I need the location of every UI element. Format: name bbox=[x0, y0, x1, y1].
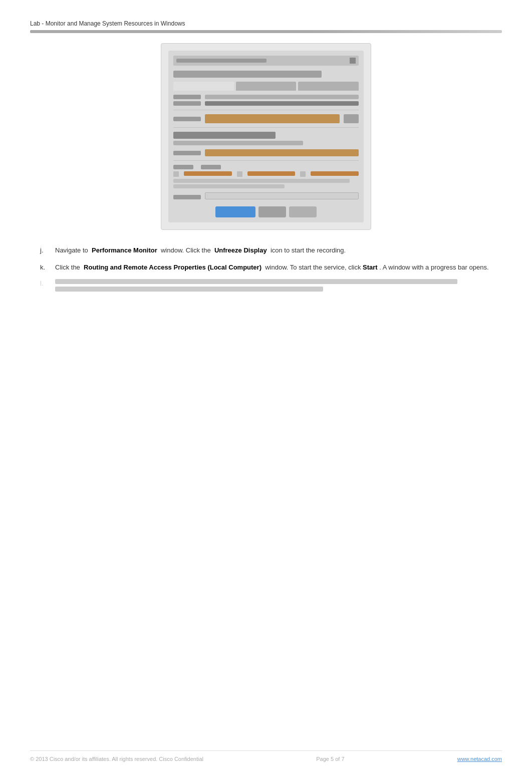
footer-copyright: © 2013 Cisco and/or its affiliates. All … bbox=[30, 756, 203, 762]
text-input-row bbox=[173, 192, 359, 201]
divider-1 bbox=[173, 110, 359, 110]
highlight-start: Start bbox=[363, 264, 378, 271]
instruction-item-j: j. Navigate to Performance Monitor windo… bbox=[40, 245, 502, 256]
radio-row bbox=[173, 165, 359, 169]
menu-row bbox=[173, 71, 359, 78]
large-label-area bbox=[173, 132, 359, 145]
item-text-k: Click the Routing and Remote Access Prop… bbox=[55, 262, 489, 273]
document-title: Lab - Monitor and Manage System Resource… bbox=[30, 20, 502, 27]
screenshot-area bbox=[161, 43, 371, 230]
close-icon bbox=[350, 58, 356, 64]
form-row-1 bbox=[173, 95, 359, 99]
item-letter-k: k. bbox=[40, 262, 55, 273]
menu-bar-blur bbox=[173, 71, 322, 78]
footer-website: www.netacad.com bbox=[457, 756, 502, 762]
tab-row bbox=[173, 82, 359, 91]
screenshot-inner bbox=[168, 51, 364, 222]
item-text-l-blurred bbox=[55, 279, 502, 294]
instruction-item-k: k. Click the Routing and Remote Access P… bbox=[40, 262, 502, 273]
item-text-j: Navigate to Performance Monitor window. … bbox=[55, 245, 346, 255]
dialog-title-bar bbox=[173, 56, 359, 66]
description-text-area bbox=[173, 179, 359, 188]
highlight-unfreeze-display: Unfreeze Display bbox=[214, 246, 267, 254]
highlight-routing-access: Routing and Remote Access Properties (Lo… bbox=[84, 264, 261, 271]
dialog-buttons bbox=[173, 206, 359, 217]
instruction-item-l: l. bbox=[40, 279, 502, 294]
tab-1 bbox=[173, 82, 234, 91]
item-letter-j: j. bbox=[40, 245, 55, 256]
item-letter-l: l. bbox=[40, 279, 55, 287]
form-row-3 bbox=[173, 114, 359, 123]
page-container: Lab - Monitor and Manage System Resource… bbox=[0, 0, 532, 334]
cancel-button-blur bbox=[258, 206, 286, 217]
divider-3 bbox=[173, 160, 359, 161]
checkbox-row-1 bbox=[173, 171, 359, 177]
form-row-2 bbox=[173, 101, 359, 106]
highlight-performance-monitor: Performance Monitor bbox=[92, 246, 157, 254]
tab-2 bbox=[236, 82, 297, 91]
divider-2 bbox=[173, 127, 359, 128]
tab-3 bbox=[298, 82, 359, 91]
title-bar-text-blur bbox=[176, 59, 267, 63]
ok-button-blur bbox=[215, 206, 255, 217]
instructions-list: j. Navigate to Performance Monitor windo… bbox=[30, 245, 502, 294]
apply-button-blur bbox=[289, 206, 317, 217]
page-footer: © 2013 Cisco and/or its affiliates. All … bbox=[30, 750, 502, 762]
form-row-4 bbox=[173, 149, 359, 156]
footer-page-number: Page 5 of 7 bbox=[316, 756, 344, 762]
top-border-decoration bbox=[30, 30, 502, 33]
